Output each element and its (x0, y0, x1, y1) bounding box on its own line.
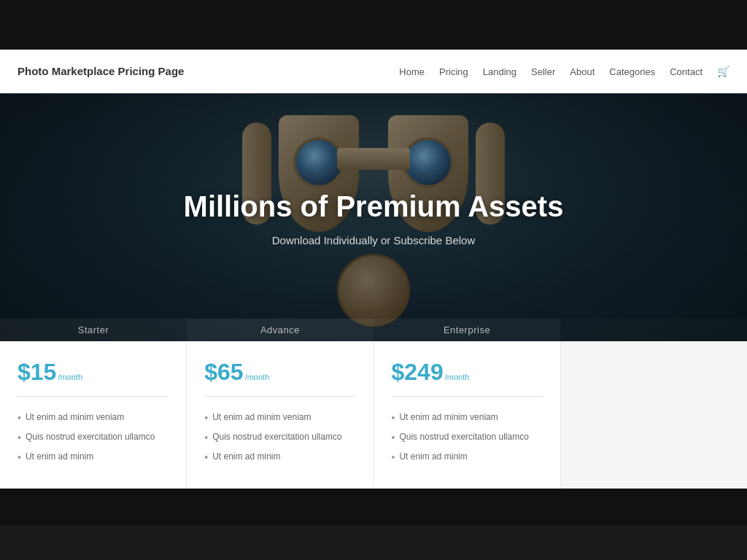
starter-feature-3: Ut enim ad minim (18, 448, 169, 467)
plan-label-starter: Starter (0, 319, 187, 341)
nav-cart-button[interactable]: 🛒 (717, 66, 729, 77)
nav-item-categories[interactable]: Categories (609, 65, 655, 78)
hero-section: Millions of Premium Assets Download Indi… (0, 93, 747, 341)
pricing-card-empty (561, 341, 747, 489)
pricing-card-starter: $15 /month Ut enim ad minim veniam Quis … (0, 341, 187, 489)
advance-price-period: /month (245, 373, 270, 381)
binoculars-bridge (337, 148, 410, 170)
top-bar (0, 0, 747, 50)
advance-feature-1: Ut enim ad minim veniam (204, 408, 355, 428)
lens-right (403, 137, 454, 188)
hero-title: Millions of Premium Assets (184, 189, 564, 224)
nav-links: Home Pricing Landing Seller About Catego… (399, 65, 729, 78)
starter-price-display: $15 /month (18, 359, 169, 397)
nav-item-seller[interactable]: Seller (531, 65, 555, 78)
hero-content: Millions of Premium Assets Download Indi… (184, 189, 564, 246)
pricing-card-advance: $65 /month Ut enim ad minim veniam Quis … (187, 341, 374, 489)
starter-price-period: /month (58, 373, 82, 381)
plan-label-advance: Advance (187, 319, 374, 341)
hero-subtitle: Download Individually or Subscribe Below (184, 234, 564, 246)
advance-price-amount: $65 (204, 359, 243, 386)
bottom-bar (0, 489, 747, 525)
navbar: Photo Marketplace Pricing Page Home Pric… (0, 50, 747, 93)
enterprise-feature-1: Ut enim ad minim veniam (392, 408, 543, 428)
enterprise-price-period: /month (445, 373, 470, 381)
enterprise-price-amount: $249 (392, 359, 444, 386)
advance-price-display: $65 /month (204, 359, 355, 397)
plan-label-extra (560, 319, 747, 341)
pricing-card-enterprise: $249 /month Ut enim ad minim veniam Quis… (374, 341, 561, 489)
starter-feature-2: Quis nostrud exercitation ullamco (18, 428, 169, 448)
brand-title: Photo Marketplace Pricing Page (18, 65, 184, 77)
nav-item-contact[interactable]: Contact (670, 65, 703, 78)
starter-features: Ut enim ad minim veniam Quis nostrud exe… (18, 408, 169, 467)
advance-features: Ut enim ad minim veniam Quis nostrud exe… (204, 408, 355, 467)
enterprise-feature-2: Quis nostrud exercitation ullamco (392, 428, 543, 448)
pricing-cards-container: $15 /month Ut enim ad minim veniam Quis … (0, 341, 747, 489)
plan-labels-bar: Starter Advance Enterprise (0, 319, 747, 341)
nav-item-landing[interactable]: Landing (483, 65, 516, 78)
nav-item-home[interactable]: Home (399, 65, 425, 78)
nav-item-about[interactable]: About (570, 65, 595, 78)
enterprise-features: Ut enim ad minim veniam Quis nostrud exe… (392, 408, 543, 467)
nav-item-pricing[interactable]: Pricing (439, 65, 468, 78)
pricing-section: $15 /month Ut enim ad minim veniam Quis … (0, 341, 747, 489)
starter-price-amount: $15 (18, 359, 56, 386)
starter-feature-1: Ut enim ad minim veniam (18, 408, 169, 428)
enterprise-feature-3: Ut enim ad minim (392, 448, 543, 467)
binoculars-base (337, 254, 410, 327)
advance-feature-2: Quis nostrud exercitation ullamco (204, 428, 355, 448)
enterprise-price-display: $249 /month (392, 359, 543, 397)
plan-label-enterprise: Enterprise (374, 319, 560, 341)
advance-feature-3: Ut enim ad minim (204, 448, 355, 467)
